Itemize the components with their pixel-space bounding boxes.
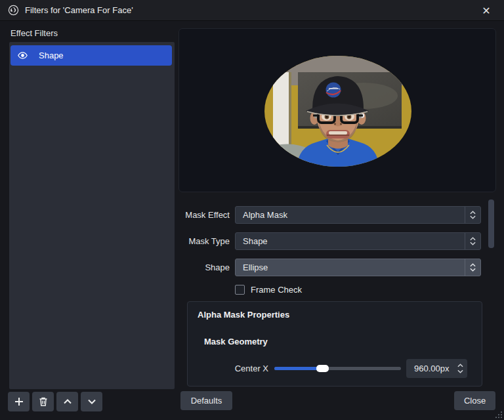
resize-grip[interactable] bbox=[495, 411, 503, 419]
properties-scrollbar[interactable] bbox=[488, 200, 494, 248]
window-title: Filters for 'Camera For Face' bbox=[25, 5, 133, 15]
window-close-button[interactable]: ✕ bbox=[475, 0, 497, 21]
filters-toolbar bbox=[8, 392, 102, 411]
obs-logo-icon bbox=[8, 5, 19, 16]
title-bar: Filters for 'Camera For Face' ✕ bbox=[0, 0, 504, 21]
mask-effect-dropdown[interactable]: Alpha Mask bbox=[235, 206, 481, 224]
mask-type-value: Shape bbox=[236, 236, 465, 246]
frame-check-checkbox[interactable] bbox=[235, 285, 245, 295]
effect-filters-header: Effect Filters bbox=[10, 28, 58, 38]
center-x-spinbox[interactable]: 960.00px bbox=[406, 359, 467, 378]
eye-visibility-icon[interactable] bbox=[17, 50, 28, 61]
move-filter-up-button[interactable] bbox=[56, 392, 78, 411]
close-button[interactable]: Close bbox=[454, 391, 495, 410]
up-down-chevrons-icon bbox=[465, 259, 480, 276]
chevron-down-icon bbox=[87, 396, 97, 407]
filter-preview-panel bbox=[178, 28, 496, 192]
center-x-value: 960.00px bbox=[406, 364, 453, 373]
filters-dialog: Filters for 'Camera For Face' ✕ Effect F… bbox=[0, 0, 504, 420]
frame-check-label: Frame Check bbox=[251, 285, 302, 295]
alpha-mask-properties-group: Alpha Mask Properties Mask Geometry Cent… bbox=[187, 301, 482, 387]
center-x-label: Center X bbox=[188, 364, 268, 373]
up-down-chevrons-icon bbox=[465, 233, 480, 249]
group-title: Alpha Mask Properties bbox=[198, 310, 289, 320]
effect-filters-list[interactable]: Shape bbox=[9, 42, 175, 389]
frame-check-row: Frame Check bbox=[235, 285, 302, 295]
mask-effect-value: Alpha Mask bbox=[236, 210, 465, 220]
center-x-slider[interactable] bbox=[274, 367, 401, 370]
chevron-up-icon bbox=[62, 396, 73, 407]
shape-label: Shape bbox=[177, 262, 230, 272]
shape-value: Ellipse bbox=[236, 262, 465, 272]
mask-type-dropdown[interactable]: Shape bbox=[235, 232, 481, 250]
mask-geometry-subtitle: Mask Geometry bbox=[204, 337, 268, 346]
remove-filter-button[interactable] bbox=[32, 392, 54, 411]
move-filter-down-button[interactable] bbox=[81, 392, 102, 411]
add-filter-button[interactable] bbox=[8, 392, 30, 411]
filter-item-label: Shape bbox=[39, 51, 64, 60]
plus-icon bbox=[14, 396, 24, 407]
up-down-chevrons-icon[interactable] bbox=[453, 364, 467, 373]
mask-type-label: Mask Type bbox=[177, 236, 230, 246]
slider-fill bbox=[274, 367, 322, 370]
shape-dropdown[interactable]: Ellipse bbox=[235, 259, 481, 276]
preview-image bbox=[264, 55, 412, 167]
defaults-button[interactable]: Defaults bbox=[180, 391, 232, 410]
slider-handle[interactable] bbox=[316, 365, 329, 372]
filter-item-shape[interactable]: Shape bbox=[10, 45, 172, 66]
up-down-chevrons-icon bbox=[465, 207, 480, 223]
mask-effect-label: Mask Effect bbox=[177, 210, 230, 220]
trash-icon bbox=[38, 396, 49, 407]
